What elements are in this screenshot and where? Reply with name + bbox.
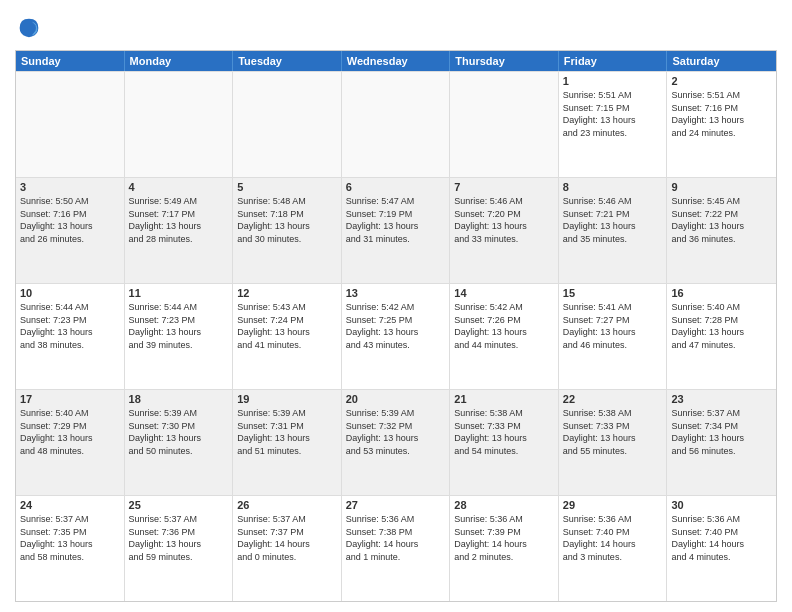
day-info: Sunrise: 5:39 AM Sunset: 7:31 PM Dayligh… — [237, 407, 337, 457]
calendar-cell: 18Sunrise: 5:39 AM Sunset: 7:30 PM Dayli… — [125, 390, 234, 495]
day-info: Sunrise: 5:38 AM Sunset: 7:33 PM Dayligh… — [454, 407, 554, 457]
day-number: 19 — [237, 393, 337, 405]
day-info: Sunrise: 5:45 AM Sunset: 7:22 PM Dayligh… — [671, 195, 772, 245]
header — [15, 10, 777, 42]
day-number: 8 — [563, 181, 663, 193]
calendar-cell — [342, 72, 451, 177]
day-number: 24 — [20, 499, 120, 511]
day-info: Sunrise: 5:51 AM Sunset: 7:15 PM Dayligh… — [563, 89, 663, 139]
day-info: Sunrise: 5:39 AM Sunset: 7:30 PM Dayligh… — [129, 407, 229, 457]
day-number: 5 — [237, 181, 337, 193]
day-info: Sunrise: 5:40 AM Sunset: 7:28 PM Dayligh… — [671, 301, 772, 351]
calendar-cell: 22Sunrise: 5:38 AM Sunset: 7:33 PM Dayli… — [559, 390, 668, 495]
page: SundayMondayTuesdayWednesdayThursdayFrid… — [0, 0, 792, 612]
weekday-header-monday: Monday — [125, 51, 234, 71]
day-info: Sunrise: 5:47 AM Sunset: 7:19 PM Dayligh… — [346, 195, 446, 245]
calendar-cell: 3Sunrise: 5:50 AM Sunset: 7:16 PM Daylig… — [16, 178, 125, 283]
day-info: Sunrise: 5:37 AM Sunset: 7:34 PM Dayligh… — [671, 407, 772, 457]
calendar-cell: 6Sunrise: 5:47 AM Sunset: 7:19 PM Daylig… — [342, 178, 451, 283]
calendar-cell: 29Sunrise: 5:36 AM Sunset: 7:40 PM Dayli… — [559, 496, 668, 601]
day-number: 18 — [129, 393, 229, 405]
day-info: Sunrise: 5:44 AM Sunset: 7:23 PM Dayligh… — [129, 301, 229, 351]
day-info: Sunrise: 5:37 AM Sunset: 7:35 PM Dayligh… — [20, 513, 120, 563]
calendar-cell: 10Sunrise: 5:44 AM Sunset: 7:23 PM Dayli… — [16, 284, 125, 389]
day-number: 9 — [671, 181, 772, 193]
calendar-cell — [233, 72, 342, 177]
calendar-cell: 1Sunrise: 5:51 AM Sunset: 7:15 PM Daylig… — [559, 72, 668, 177]
day-number: 27 — [346, 499, 446, 511]
day-info: Sunrise: 5:49 AM Sunset: 7:17 PM Dayligh… — [129, 195, 229, 245]
calendar-cell: 4Sunrise: 5:49 AM Sunset: 7:17 PM Daylig… — [125, 178, 234, 283]
calendar-cell: 13Sunrise: 5:42 AM Sunset: 7:25 PM Dayli… — [342, 284, 451, 389]
day-info: Sunrise: 5:42 AM Sunset: 7:25 PM Dayligh… — [346, 301, 446, 351]
day-number: 26 — [237, 499, 337, 511]
day-info: Sunrise: 5:41 AM Sunset: 7:27 PM Dayligh… — [563, 301, 663, 351]
calendar-cell: 2Sunrise: 5:51 AM Sunset: 7:16 PM Daylig… — [667, 72, 776, 177]
day-number: 16 — [671, 287, 772, 299]
day-info: Sunrise: 5:38 AM Sunset: 7:33 PM Dayligh… — [563, 407, 663, 457]
calendar-cell: 26Sunrise: 5:37 AM Sunset: 7:37 PM Dayli… — [233, 496, 342, 601]
calendar-cell — [16, 72, 125, 177]
calendar-cell: 5Sunrise: 5:48 AM Sunset: 7:18 PM Daylig… — [233, 178, 342, 283]
day-number: 25 — [129, 499, 229, 511]
calendar-cell: 23Sunrise: 5:37 AM Sunset: 7:34 PM Dayli… — [667, 390, 776, 495]
day-number: 28 — [454, 499, 554, 511]
day-info: Sunrise: 5:50 AM Sunset: 7:16 PM Dayligh… — [20, 195, 120, 245]
day-number: 1 — [563, 75, 663, 87]
weekday-header-wednesday: Wednesday — [342, 51, 451, 71]
calendar-cell: 7Sunrise: 5:46 AM Sunset: 7:20 PM Daylig… — [450, 178, 559, 283]
day-info: Sunrise: 5:37 AM Sunset: 7:36 PM Dayligh… — [129, 513, 229, 563]
calendar-row-4: 24Sunrise: 5:37 AM Sunset: 7:35 PM Dayli… — [16, 495, 776, 601]
calendar-cell: 15Sunrise: 5:41 AM Sunset: 7:27 PM Dayli… — [559, 284, 668, 389]
day-info: Sunrise: 5:36 AM Sunset: 7:40 PM Dayligh… — [563, 513, 663, 563]
day-number: 20 — [346, 393, 446, 405]
day-number: 3 — [20, 181, 120, 193]
calendar-cell: 16Sunrise: 5:40 AM Sunset: 7:28 PM Dayli… — [667, 284, 776, 389]
day-info: Sunrise: 5:44 AM Sunset: 7:23 PM Dayligh… — [20, 301, 120, 351]
calendar-cell: 25Sunrise: 5:37 AM Sunset: 7:36 PM Dayli… — [125, 496, 234, 601]
calendar-cell — [125, 72, 234, 177]
weekday-header-tuesday: Tuesday — [233, 51, 342, 71]
calendar-cell: 30Sunrise: 5:36 AM Sunset: 7:40 PM Dayli… — [667, 496, 776, 601]
day-number: 22 — [563, 393, 663, 405]
day-info: Sunrise: 5:43 AM Sunset: 7:24 PM Dayligh… — [237, 301, 337, 351]
day-info: Sunrise: 5:40 AM Sunset: 7:29 PM Dayligh… — [20, 407, 120, 457]
calendar-row-2: 10Sunrise: 5:44 AM Sunset: 7:23 PM Dayli… — [16, 283, 776, 389]
calendar-cell: 19Sunrise: 5:39 AM Sunset: 7:31 PM Dayli… — [233, 390, 342, 495]
day-info: Sunrise: 5:42 AM Sunset: 7:26 PM Dayligh… — [454, 301, 554, 351]
day-number: 10 — [20, 287, 120, 299]
day-number: 7 — [454, 181, 554, 193]
weekday-header-saturday: Saturday — [667, 51, 776, 71]
logo-icon — [15, 14, 43, 42]
weekday-header-sunday: Sunday — [16, 51, 125, 71]
calendar-cell: 28Sunrise: 5:36 AM Sunset: 7:39 PM Dayli… — [450, 496, 559, 601]
day-info: Sunrise: 5:46 AM Sunset: 7:20 PM Dayligh… — [454, 195, 554, 245]
day-number: 13 — [346, 287, 446, 299]
calendar-cell: 9Sunrise: 5:45 AM Sunset: 7:22 PM Daylig… — [667, 178, 776, 283]
calendar-cell: 14Sunrise: 5:42 AM Sunset: 7:26 PM Dayli… — [450, 284, 559, 389]
day-number: 21 — [454, 393, 554, 405]
calendar-row-1: 3Sunrise: 5:50 AM Sunset: 7:16 PM Daylig… — [16, 177, 776, 283]
day-number: 17 — [20, 393, 120, 405]
calendar-cell — [450, 72, 559, 177]
calendar-cell: 12Sunrise: 5:43 AM Sunset: 7:24 PM Dayli… — [233, 284, 342, 389]
day-info: Sunrise: 5:37 AM Sunset: 7:37 PM Dayligh… — [237, 513, 337, 563]
day-number: 6 — [346, 181, 446, 193]
calendar-cell: 20Sunrise: 5:39 AM Sunset: 7:32 PM Dayli… — [342, 390, 451, 495]
calendar-header: SundayMondayTuesdayWednesdayThursdayFrid… — [16, 51, 776, 71]
day-number: 15 — [563, 287, 663, 299]
day-info: Sunrise: 5:39 AM Sunset: 7:32 PM Dayligh… — [346, 407, 446, 457]
calendar-cell: 27Sunrise: 5:36 AM Sunset: 7:38 PM Dayli… — [342, 496, 451, 601]
day-number: 30 — [671, 499, 772, 511]
day-number: 12 — [237, 287, 337, 299]
calendar-cell: 21Sunrise: 5:38 AM Sunset: 7:33 PM Dayli… — [450, 390, 559, 495]
calendar-row-3: 17Sunrise: 5:40 AM Sunset: 7:29 PM Dayli… — [16, 389, 776, 495]
day-info: Sunrise: 5:36 AM Sunset: 7:39 PM Dayligh… — [454, 513, 554, 563]
day-number: 23 — [671, 393, 772, 405]
calendar-cell: 8Sunrise: 5:46 AM Sunset: 7:21 PM Daylig… — [559, 178, 668, 283]
weekday-header-friday: Friday — [559, 51, 668, 71]
day-info: Sunrise: 5:51 AM Sunset: 7:16 PM Dayligh… — [671, 89, 772, 139]
day-number: 29 — [563, 499, 663, 511]
logo — [15, 14, 47, 42]
weekday-header-thursday: Thursday — [450, 51, 559, 71]
